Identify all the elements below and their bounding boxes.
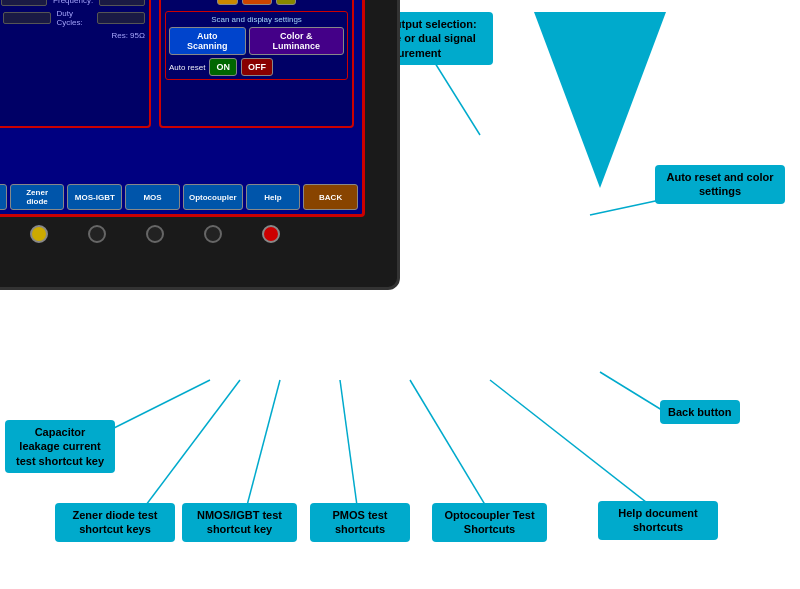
cap-annotation: Capacitor leakage current test shortcut …: [5, 420, 115, 473]
svg-line-7: [140, 380, 240, 513]
svg-line-4: [590, 200, 660, 215]
b-channel-panel: B-channel settings V-out I-out OFF Polar…: [0, 0, 151, 128]
duty-label: Duty Cycles:: [57, 9, 92, 27]
auto-scanning-btn[interactable]: Auto Scanning: [169, 27, 246, 55]
auto-reset-off-btn[interactable]: OFF: [241, 58, 273, 76]
help-annotation: Help document shortcuts: [598, 501, 718, 540]
opto-annotation: Optocoupler Test Shortcuts: [432, 503, 547, 542]
scan-title: Scan and display settings: [169, 15, 344, 24]
back-button-annotation: Back button: [660, 400, 740, 424]
color-luminance-btn[interactable]: Color & Luminance: [249, 27, 344, 55]
auto-reset-annotation: Auto reset and color settings: [655, 165, 785, 204]
shortcuts-bar: CAP-L-C Zener diode MOS-IGBT MOS Optocou…: [0, 184, 358, 210]
scan-panel: Scan and display settings Auto Scanning …: [165, 11, 348, 80]
device-screen: B-channel settings V-out I-out OFF Polar…: [0, 0, 365, 217]
mode-ab-btn[interactable]: A-B: [242, 0, 272, 5]
back-btn[interactable]: BACK: [303, 184, 358, 210]
mos-btn[interactable]: MOS: [125, 184, 180, 210]
frequency-input[interactable]: [99, 0, 145, 6]
vi-panel: VI curves settings VI mode B A-B A Scan …: [159, 0, 354, 128]
res-text: Res: 95Ω: [0, 31, 145, 40]
help-btn[interactable]: Help: [246, 184, 301, 210]
svg-line-8: [245, 380, 280, 513]
value-input[interactable]: [3, 12, 51, 24]
auto-reset-label: Auto reset: [169, 63, 205, 72]
polarity-input[interactable]: [1, 0, 47, 6]
mos-igbt-btn[interactable]: MOS-IGBT: [67, 184, 122, 210]
mode-b-btn[interactable]: B: [217, 0, 238, 5]
duty-input[interactable]: [97, 12, 145, 24]
opto-btn[interactable]: Optocoupler: [183, 184, 243, 210]
pmos-annotation: PMOS test shortcuts: [310, 503, 410, 542]
connector-red: [262, 225, 280, 243]
svg-line-10: [410, 380, 490, 513]
cap-btn[interactable]: CAP-L-C: [0, 184, 7, 210]
svg-line-11: [490, 380, 660, 513]
connectors-row: [30, 225, 280, 243]
mode-a-btn[interactable]: A: [276, 0, 297, 5]
connector-black-2: [146, 225, 164, 243]
frequency-label: Frequency:: [53, 0, 93, 5]
auto-reset-on-btn[interactable]: ON: [209, 58, 237, 76]
device-body: B-channel settings V-out I-out OFF Polar…: [0, 0, 400, 290]
nmos-annotation: NMOS/IGBT test shortcut key: [182, 503, 297, 542]
connector-yellow: [30, 225, 48, 243]
connector-black-3: [204, 225, 222, 243]
connector-black-1: [88, 225, 106, 243]
svg-line-9: [340, 380, 358, 513]
zener-annotation: Zener diode test shortcut keys: [55, 503, 175, 542]
zener-btn[interactable]: Zener diode: [10, 184, 65, 210]
svg-line-3: [430, 55, 480, 135]
